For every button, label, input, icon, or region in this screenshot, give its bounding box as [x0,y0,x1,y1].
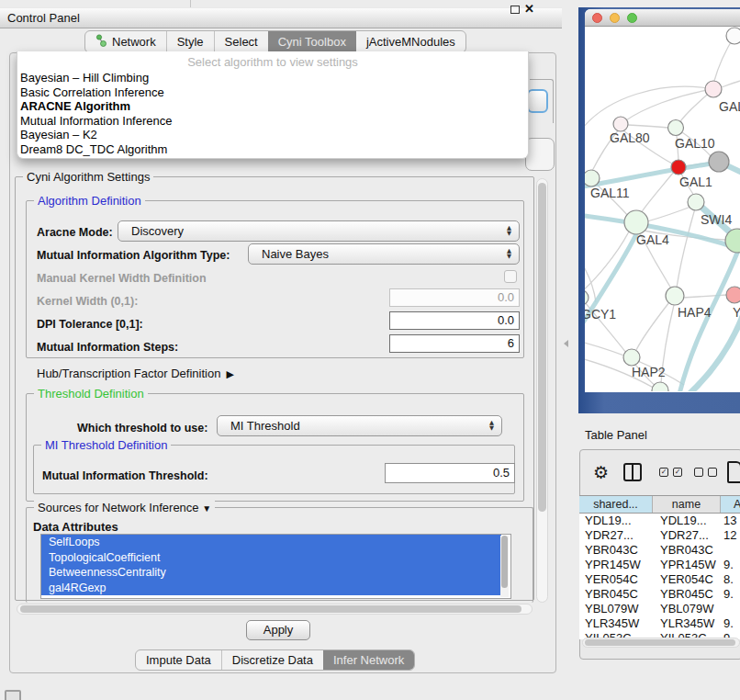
mi-threshold-field[interactable]: 0.5 [385,463,515,483]
split-columns-icon[interactable] [623,463,642,481]
apply-button[interactable]: Apply [246,620,310,640]
table-row[interactable]: YDR27...YDR27...12 [579,528,740,543]
mi-type-select[interactable]: Naive Bayes ▲▼ [248,243,520,265]
network-icon [95,34,107,50]
kernel-width-field[interactable]: 0.0 [389,288,520,307]
table-hscroll-thumb[interactable] [585,639,735,646]
dropdown-item[interactable]: Bayesian – Hill Climbing [17,71,528,85]
table-horizontal-scrollbar[interactable] [582,638,740,648]
tab-jactivemnodules[interactable]: jActiveMNodules [356,31,465,52]
network-window-titlebar[interactable] [585,9,740,27]
control-panel-title: Control Panel [7,11,80,25]
collapsed-arrow-icon: ▶ [226,368,233,379]
attribute-item[interactable]: gal4RGexp [41,581,501,596]
node-unlabeled[interactable] [726,28,740,44]
list-scrollbar-thumb[interactable] [501,536,508,588]
tab-select[interactable]: Select [214,31,268,52]
document-icon[interactable] [727,461,740,483]
label-hap4: HAP4 [678,305,712,320]
manual-kernel-checkbox[interactable] [504,270,517,283]
dropdown-placeholder: Select algorithm to view settings [17,54,528,71]
tab-impute-data[interactable]: Impute Data [136,650,221,670]
tab-style[interactable]: Style [166,31,214,52]
node-y-partial[interactable] [726,287,740,303]
gear-icon[interactable]: ⚙ [593,463,609,481]
dropdown-item[interactable]: Dream8 DC_TDC Algorithm [17,142,528,157]
table-row[interactable]: YBL079WYBL079W [579,602,740,616]
label-gcy1: GCY1 [585,307,616,322]
data-attributes-label: Data Attributes [33,520,118,534]
node-gal4[interactable] [624,210,648,234]
list-scrollbar[interactable] [500,536,509,597]
label-y-partial: Y [733,305,740,320]
attribute-item[interactable]: BetweennessCentrality [41,565,501,581]
window-zoom-button[interactable] [627,13,637,23]
tab-discretize-data[interactable]: Discretize Data [221,650,323,670]
window-close-button[interactable] [592,13,602,23]
table-row[interactable]: YLR345WYLR345W9. [579,616,740,631]
column-header-name[interactable]: name [653,496,721,513]
node-hap2[interactable] [623,349,640,366]
attribute-item[interactable]: TopologicalCoefficient [41,550,501,566]
table-row[interactable]: YPR145WYPR145W9. [579,558,740,572]
label-gal10: GAL10 [675,136,715,151]
mi-type-label: Mutual Information Algorithm Type: [37,249,230,262]
checked-boxes-icon[interactable]: ✓✓ [659,468,682,477]
unchecked-boxes-icon[interactable] [694,468,717,477]
node-gal80[interactable] [613,117,628,131]
control-panel-tabs: Network Style Select Cyni Toolbox jActiv… [84,30,466,53]
label-gal11: GAL11 [590,186,630,200]
attribute-item[interactable]: SelfLoops [41,535,501,550]
node-green[interactable] [688,194,704,210]
dropdown-item[interactable]: Basic Correlation Inference [17,85,528,100]
dropdown-item[interactable]: Mutual Information Inference [17,114,528,129]
node-gal10[interactable] [668,120,684,136]
window-minimize-button[interactable] [610,13,620,23]
label-gal1: GAL1 [679,175,712,189]
column-header-shared[interactable]: shared... [579,496,653,513]
hub-definition-label: Hub/Transcription Factor Definition [37,367,220,380]
node-gal11[interactable] [585,170,600,186]
mi-steps-label: Mutual Information Steps: [37,341,178,354]
aracne-mode-select[interactable]: Discovery ▲▼ [118,220,520,242]
table-panel-title: Table Panel [585,428,647,442]
table-row[interactable]: YER054CYER054C8. [579,572,740,587]
table-row[interactable]: YBR043CYBR043C [579,543,740,558]
label-gal80: GAL80 [610,130,650,145]
node-gray[interactable] [709,152,729,172]
settings-vscroll-thumb[interactable] [538,183,546,512]
column-header-partial[interactable]: A [721,496,740,513]
split-pane-grabber[interactable] [564,340,568,347]
node-gal-partial[interactable] [705,81,722,97]
which-threshold-select[interactable]: MI Threshold ▲▼ [217,415,502,436]
mi-type-value: Naive Bayes [262,247,329,261]
node-hap4[interactable] [666,287,684,305]
aracne-mode-label: Aracne Mode: [37,226,113,239]
settings-horizontal-scrollbar[interactable] [17,604,533,615]
node-gal1-red[interactable] [671,160,686,175]
label-swi4: SWI4 [701,212,732,227]
node-green-bottom[interactable] [652,382,668,391]
data-attributes-list: SelfLoops TopologicalCoefficient Between… [40,534,511,599]
dpi-tolerance-field[interactable]: 0.0 [389,311,520,330]
tab-cyni-toolbox[interactable]: Cyni Toolbox [268,31,356,52]
tab-infer-network[interactable]: Infer Network [323,650,414,670]
table-row[interactable]: YDL19...YDL19...13 [579,514,740,528]
close-panel-icon[interactable]: ✕ [524,2,534,16]
table-row[interactable]: YBR045CYBR045C9. [579,587,740,602]
node-gcy1[interactable] [585,290,589,305]
label-hap2: HAP2 [632,365,666,379]
float-panel-icon[interactable] [510,6,520,14]
settings-hscroll-thumb[interactable] [20,605,521,613]
minimized-panel-icon[interactable] [5,690,21,700]
mi-steps-field[interactable]: 6 [389,334,520,353]
dropdown-item-selected[interactable]: ARACNE Algorithm [17,99,528,114]
settings-vertical-scrollbar[interactable] [536,178,548,603]
tab-network[interactable]: Network [85,31,166,52]
algorithm-combo-fragment[interactable] [527,89,548,113]
table-header: shared... name A [579,495,740,514]
network-canvas[interactable]: GAL GAL80 GAL10 GAL1 GAL11 SWI4 GAL4 GCY… [585,27,740,391]
algorithm-dropdown-popup: Select algorithm to view settings Bayesi… [17,51,529,159]
hub-definition-toggle[interactable]: Hub/Transcription Factor Definition▶ [37,367,234,380]
dropdown-item[interactable]: Bayesian – K2 [17,128,528,142]
